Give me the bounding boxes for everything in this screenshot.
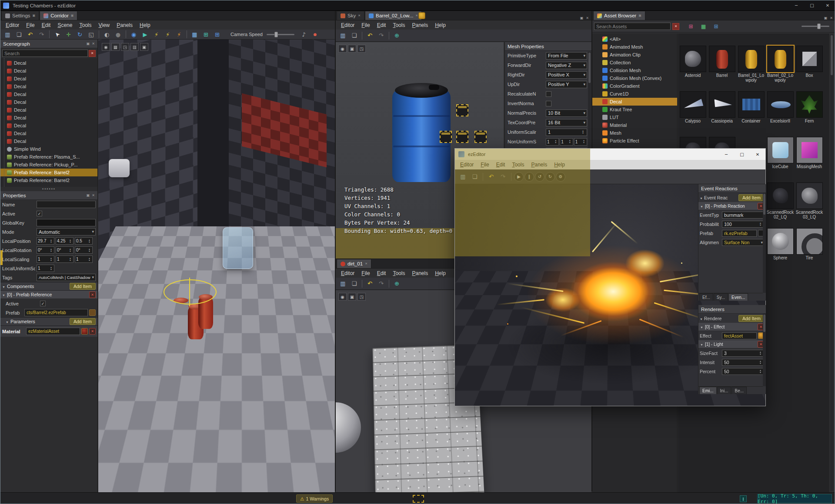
dock-icon[interactable] [580, 16, 584, 20]
mode-dropdown[interactable]: Automatic [37, 228, 96, 235]
expander-icon[interactable] [2, 284, 5, 289]
asset-type-item[interactable]: Decal [592, 98, 677, 106]
browse-asset-icon[interactable] [89, 309, 96, 316]
rotation-z-input[interactable]: 0° [75, 246, 93, 254]
dock-icon[interactable] [824, 16, 828, 20]
scenegraph-item[interactable]: Decal [0, 122, 97, 129]
close-panel-icon[interactable] [92, 193, 95, 197]
menu-item[interactable]: Help [431, 269, 449, 277]
menu-item[interactable]: Editor [457, 161, 477, 169]
asset-type-item[interactable]: Collision Mesh (Convex) [592, 74, 677, 82]
tab-initializer[interactable]: Ini... [717, 387, 731, 394]
open-icon[interactable]: ❏ [349, 279, 360, 288]
add-parameter-button[interactable]: Add Item [70, 318, 96, 325]
asset-cell[interactable]: Cassiopeia [708, 90, 736, 136]
scenegraph-item[interactable]: Decal [0, 106, 97, 114]
menu-item[interactable]: Tools [76, 21, 95, 29]
asset-type-item[interactable]: Animated Mesh [592, 43, 677, 51]
add-component-button[interactable]: Add Item [70, 283, 96, 290]
close-panel-icon[interactable] [586, 16, 589, 20]
property-spinner[interactable]: 1 [546, 129, 587, 136]
close-tab-icon[interactable] [415, 14, 418, 17]
save-icon[interactable]: ▥ [2, 30, 13, 40]
pivot-icon[interactable]: ● [113, 30, 124, 40]
pause-log-icon[interactable]: ∥ [740, 495, 747, 502]
menu-item[interactable]: Edit [374, 269, 390, 277]
scene-viewport[interactable]: ◉ ▦ ◳ ▥ ▣ [98, 40, 335, 492]
tab-emitter[interactable]: Emi... [699, 387, 717, 394]
asset-type-item[interactable]: Material [592, 121, 677, 129]
dock-target-right[interactable] [474, 131, 487, 143]
tab-asset-browser[interactable]: Asset Browser [593, 11, 645, 20]
menu-item[interactable]: Tools [389, 269, 408, 277]
redo-icon[interactable]: ↷ [376, 30, 387, 40]
menu-item[interactable]: File [477, 161, 492, 169]
scenegraph-item[interactable]: Decal [0, 90, 97, 98]
vector-z-input[interactable]: 1 [574, 138, 587, 146]
rotation-y-input[interactable]: 0° [56, 246, 73, 254]
reaction-group-header[interactable]: [0] - Prefab Reaction [698, 202, 766, 210]
save-icon[interactable]: ▥ [337, 30, 348, 40]
probability-spinner[interactable]: 100 [722, 221, 765, 228]
simulate-icon[interactable]: ◉ [128, 30, 139, 40]
camera-speed-slider[interactable] [267, 34, 294, 35]
menu-item[interactable]: Edit [38, 21, 54, 29]
snap-objects-icon[interactable]: ⊞ [212, 30, 223, 40]
asset-type-item[interactable]: ColorGradient [592, 82, 677, 90]
layers-icon[interactable]: ▣ [348, 293, 356, 301]
camera-icon[interactable]: ◉ [338, 293, 347, 301]
scenegraph-item[interactable]: Decal [0, 114, 97, 122]
scaling-y-input[interactable]: 1 [56, 255, 73, 263]
expander-icon[interactable] [700, 195, 703, 200]
menu-item[interactable]: Editor [2, 21, 23, 29]
tags-dropdown[interactable]: AutoColMesh | CastShadow [37, 274, 96, 281]
asset-cell[interactable]: Asteroid [678, 45, 707, 90]
float-tab-icon[interactable] [638, 14, 641, 17]
undo-icon[interactable]: ↶ [25, 30, 36, 40]
float-tab-icon[interactable] [71, 14, 74, 17]
menu-item[interactable]: Panels [113, 21, 136, 29]
layers-icon[interactable]: ▣ [348, 45, 356, 53]
asset-cell[interactable]: Tire [795, 228, 824, 260]
open-icon[interactable]: ❏ [13, 30, 24, 40]
scenegraph-item[interactable]: Decal [0, 98, 97, 106]
fullscreen-icon[interactable]: ◳ [357, 45, 366, 53]
redo-icon[interactable]: ↷ [376, 279, 387, 288]
redo-icon[interactable]: ↷ [36, 30, 47, 40]
asset-search-input[interactable]: Search Assets [594, 23, 671, 30]
tab-corridor[interactable]: Corridor [40, 11, 77, 20]
floating-titlebar[interactable]: ezEditor ─ □ ✕ [455, 149, 765, 160]
fullscreen-icon[interactable]: ◳ [121, 43, 129, 51]
component-group-header[interactable]: [0] - Prefab Reference [0, 291, 97, 299]
tab-system[interactable]: Sy... [714, 293, 728, 301]
tab-effect[interactable]: Ef... [699, 293, 713, 301]
menu-item[interactable]: File [358, 21, 373, 29]
menu-item[interactable]: Panels [408, 269, 431, 277]
asset-type-item[interactable]: Animation Clip [592, 51, 677, 59]
close-panel-icon[interactable] [92, 42, 95, 46]
save-icon[interactable]: ▥ [337, 279, 348, 288]
menu-item[interactable]: Edit [374, 21, 390, 29]
asset-type-item[interactable]: Curve1D [592, 90, 677, 98]
scenegraph-item[interactable]: Decal [0, 137, 97, 145]
asset-cell[interactable]: Fern [795, 90, 824, 136]
maximize-button[interactable]: □ [734, 149, 750, 159]
property-dropdown[interactable]: 10 Bit [546, 109, 587, 117]
globalkey-input[interactable] [37, 219, 96, 226]
transform-bolt-icon[interactable]: ⚡ [151, 30, 162, 40]
sizefactor-spinner[interactable]: 3 [722, 350, 765, 357]
remove-material-icon[interactable] [89, 328, 96, 335]
play-icon[interactable]: ▶ [514, 172, 524, 182]
camera-icon[interactable]: ◉ [102, 43, 110, 51]
scenegraph-item[interactable]: Prefab Reference: Barrel2 [0, 176, 97, 184]
property-checkbox[interactable] [546, 101, 551, 106]
scenegraph-item[interactable]: Decal [0, 83, 97, 90]
close-tab-icon[interactable] [365, 262, 367, 265]
asset-type-item[interactable]: <All> [592, 35, 677, 43]
eventtype-input[interactable]: burnmark [722, 212, 765, 219]
undo-icon[interactable]: ↶ [486, 172, 497, 182]
screenshot-icon[interactable]: ▥ [130, 43, 139, 51]
tab-dirt01[interactable]: dirt_01 [337, 259, 371, 268]
minimize-button[interactable]: ─ [718, 149, 734, 159]
menu-item[interactable]: Help [136, 21, 154, 29]
